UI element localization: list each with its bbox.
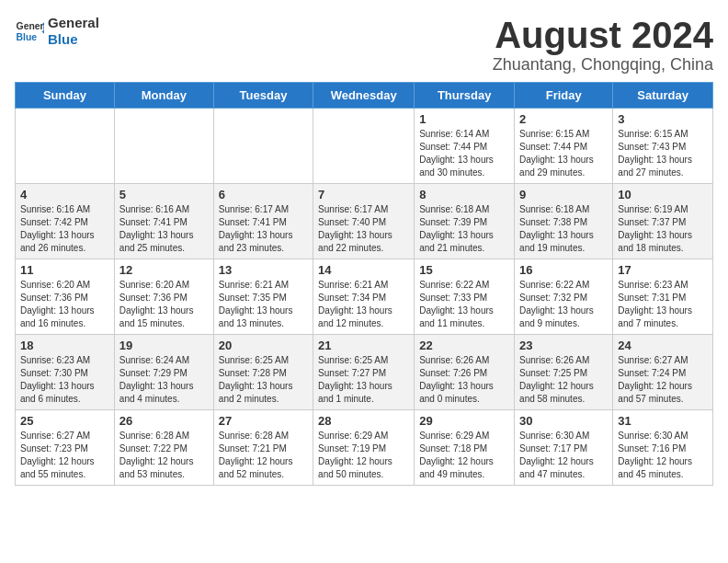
calendar-cell: 9Sunrise: 6:18 AM Sunset: 7:38 PM Daylig… [515, 184, 613, 259]
page-header: General Blue General Blue August 2024 Zh… [15, 15, 713, 75]
calendar-cell: 18Sunrise: 6:23 AM Sunset: 7:30 PM Dayli… [16, 335, 115, 410]
day-number: 5 [119, 188, 209, 201]
calendar-week-row: 25Sunrise: 6:27 AM Sunset: 7:23 PM Dayli… [16, 410, 713, 486]
calendar-cell [213, 109, 313, 184]
day-info: Sunrise: 6:22 AM Sunset: 7:33 PM Dayligh… [419, 279, 509, 330]
day-number: 26 [119, 414, 209, 428]
weekday-header-tuesday: Tuesday [213, 83, 313, 109]
day-info: Sunrise: 6:26 AM Sunset: 7:25 PM Dayligh… [519, 354, 608, 406]
day-info: Sunrise: 6:27 AM Sunset: 7:23 PM Dayligh… [20, 430, 109, 481]
day-number: 2 [519, 112, 608, 126]
day-info: Sunrise: 6:18 AM Sunset: 7:39 PM Dayligh… [419, 203, 509, 255]
calendar-cell: 28Sunrise: 6:29 AM Sunset: 7:19 PM Dayli… [313, 410, 415, 486]
day-info: Sunrise: 6:26 AM Sunset: 7:26 PM Dayligh… [419, 354, 509, 406]
day-number: 20 [219, 339, 308, 352]
page-subtitle: Zhuantang, Chongqing, China [493, 55, 713, 75]
day-info: Sunrise: 6:21 AM Sunset: 7:35 PM Dayligh… [219, 279, 308, 330]
day-info: Sunrise: 6:15 AM Sunset: 7:43 PM Dayligh… [618, 128, 708, 179]
day-number: 3 [618, 112, 708, 126]
weekday-header-wednesday: Wednesday [313, 83, 415, 109]
day-number: 23 [519, 339, 608, 352]
day-info: Sunrise: 6:18 AM Sunset: 7:38 PM Dayligh… [519, 203, 608, 255]
day-info: Sunrise: 6:15 AM Sunset: 7:44 PM Dayligh… [519, 128, 608, 179]
calendar-cell: 8Sunrise: 6:18 AM Sunset: 7:39 PM Daylig… [415, 184, 515, 259]
day-number: 31 [618, 414, 708, 428]
calendar-cell: 12Sunrise: 6:20 AM Sunset: 7:36 PM Dayli… [114, 259, 213, 335]
calendar-cell: 27Sunrise: 6:28 AM Sunset: 7:21 PM Dayli… [213, 410, 313, 486]
calendar-cell: 11Sunrise: 6:20 AM Sunset: 7:36 PM Dayli… [16, 259, 115, 335]
logo-line2: Blue [48, 31, 99, 48]
day-info: Sunrise: 6:25 AM Sunset: 7:27 PM Dayligh… [318, 354, 409, 406]
day-number: 30 [519, 414, 608, 428]
logo: General Blue General Blue [15, 15, 99, 48]
calendar-week-row: 1Sunrise: 6:14 AM Sunset: 7:44 PM Daylig… [16, 109, 713, 184]
day-info: Sunrise: 6:16 AM Sunset: 7:41 PM Dayligh… [119, 203, 209, 255]
day-number: 27 [219, 414, 308, 428]
calendar-cell: 21Sunrise: 6:25 AM Sunset: 7:27 PM Dayli… [313, 335, 415, 410]
day-info: Sunrise: 6:30 AM Sunset: 7:16 PM Dayligh… [618, 430, 708, 481]
day-info: Sunrise: 6:20 AM Sunset: 7:36 PM Dayligh… [20, 279, 109, 330]
day-number: 18 [20, 339, 109, 352]
day-number: 17 [618, 263, 708, 277]
calendar-cell: 2Sunrise: 6:15 AM Sunset: 7:44 PM Daylig… [515, 109, 613, 184]
day-info: Sunrise: 6:17 AM Sunset: 7:40 PM Dayligh… [318, 203, 409, 255]
calendar-cell: 4Sunrise: 6:16 AM Sunset: 7:42 PM Daylig… [16, 184, 115, 259]
day-number: 13 [219, 263, 308, 277]
calendar-cell: 22Sunrise: 6:26 AM Sunset: 7:26 PM Dayli… [415, 335, 515, 410]
day-number: 4 [20, 188, 109, 201]
calendar-week-row: 11Sunrise: 6:20 AM Sunset: 7:36 PM Dayli… [16, 259, 713, 335]
calendar-cell: 5Sunrise: 6:16 AM Sunset: 7:41 PM Daylig… [114, 184, 213, 259]
calendar-cell: 24Sunrise: 6:27 AM Sunset: 7:24 PM Dayli… [613, 335, 713, 410]
calendar-week-row: 18Sunrise: 6:23 AM Sunset: 7:30 PM Dayli… [16, 335, 713, 410]
day-info: Sunrise: 6:23 AM Sunset: 7:30 PM Dayligh… [20, 354, 109, 406]
calendar-cell [313, 109, 415, 184]
svg-text:Blue: Blue [17, 32, 38, 42]
title-block: August 2024 Zhuantang, Chongqing, China [493, 15, 713, 75]
calendar-cell: 13Sunrise: 6:21 AM Sunset: 7:35 PM Dayli… [213, 259, 313, 335]
calendar-cell: 16Sunrise: 6:22 AM Sunset: 7:32 PM Dayli… [515, 259, 613, 335]
day-info: Sunrise: 6:28 AM Sunset: 7:21 PM Dayligh… [219, 430, 308, 481]
calendar-cell: 17Sunrise: 6:23 AM Sunset: 7:31 PM Dayli… [613, 259, 713, 335]
day-number: 19 [119, 339, 209, 352]
day-number: 28 [318, 414, 409, 428]
day-number: 7 [318, 188, 409, 201]
weekday-header-saturday: Saturday [613, 83, 713, 109]
day-number: 11 [20, 263, 109, 277]
calendar-cell: 25Sunrise: 6:27 AM Sunset: 7:23 PM Dayli… [16, 410, 115, 486]
calendar-cell: 14Sunrise: 6:21 AM Sunset: 7:34 PM Dayli… [313, 259, 415, 335]
day-info: Sunrise: 6:25 AM Sunset: 7:28 PM Dayligh… [219, 354, 308, 406]
day-number: 21 [318, 339, 409, 352]
calendar-cell: 1Sunrise: 6:14 AM Sunset: 7:44 PM Daylig… [415, 109, 515, 184]
weekday-header-row: SundayMondayTuesdayWednesdayThursdayFrid… [16, 83, 713, 109]
day-info: Sunrise: 6:14 AM Sunset: 7:44 PM Dayligh… [419, 128, 509, 179]
day-info: Sunrise: 6:29 AM Sunset: 7:18 PM Dayligh… [419, 430, 509, 481]
day-number: 9 [519, 188, 608, 201]
calendar-cell: 20Sunrise: 6:25 AM Sunset: 7:28 PM Dayli… [213, 335, 313, 410]
day-info: Sunrise: 6:19 AM Sunset: 7:37 PM Dayligh… [618, 203, 708, 255]
calendar-cell: 15Sunrise: 6:22 AM Sunset: 7:33 PM Dayli… [415, 259, 515, 335]
calendar-cell: 3Sunrise: 6:15 AM Sunset: 7:43 PM Daylig… [613, 109, 713, 184]
day-number: 15 [419, 263, 509, 277]
day-info: Sunrise: 6:22 AM Sunset: 7:32 PM Dayligh… [519, 279, 608, 330]
day-number: 16 [519, 263, 608, 277]
calendar-cell [16, 109, 115, 184]
day-info: Sunrise: 6:21 AM Sunset: 7:34 PM Dayligh… [318, 279, 409, 330]
page-title: August 2024 [493, 15, 713, 55]
day-number: 14 [318, 263, 409, 277]
calendar-cell [114, 109, 213, 184]
calendar-cell: 29Sunrise: 6:29 AM Sunset: 7:18 PM Dayli… [415, 410, 515, 486]
day-number: 22 [419, 339, 509, 352]
day-info: Sunrise: 6:23 AM Sunset: 7:31 PM Dayligh… [618, 279, 708, 330]
weekday-header-monday: Monday [114, 83, 213, 109]
calendar-cell: 10Sunrise: 6:19 AM Sunset: 7:37 PM Dayli… [613, 184, 713, 259]
day-number: 24 [618, 339, 708, 352]
weekday-header-sunday: Sunday [16, 83, 115, 109]
calendar-table: SundayMondayTuesdayWednesdayThursdayFrid… [15, 82, 713, 486]
svg-text:General: General [17, 21, 44, 31]
day-number: 25 [20, 414, 109, 428]
day-info: Sunrise: 6:27 AM Sunset: 7:24 PM Dayligh… [618, 354, 708, 406]
day-number: 6 [219, 188, 308, 201]
weekday-header-friday: Friday [515, 83, 613, 109]
calendar-cell: 6Sunrise: 6:17 AM Sunset: 7:41 PM Daylig… [213, 184, 313, 259]
day-number: 10 [618, 188, 708, 201]
